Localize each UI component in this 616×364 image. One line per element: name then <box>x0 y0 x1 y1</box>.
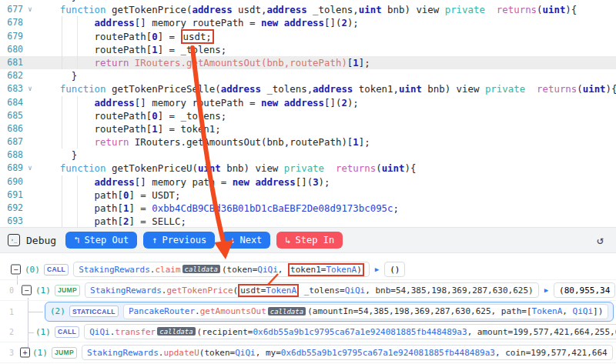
call-type-badge: JUMP <box>55 285 80 296</box>
token: usdt, <box>233 4 267 15</box>
fold-chevron-icon[interactable]: ∨ <box>23 162 37 175</box>
line-number: 692 <box>0 202 23 215</box>
call-expression[interactable]: StakingRewards.updateU(token=QiQi, my=0x… <box>82 345 613 360</box>
call-depth-index: (1) <box>35 327 51 337</box>
code-line: 687 return IRouters.getAmountsOut(bnb,ro… <box>0 135 616 149</box>
call-expression[interactable]: QiQi.transfercalldata(recipient=0x6db55a… <box>84 324 616 339</box>
token: StakingRewards <box>87 348 159 358</box>
step-in-button[interactable]: ↳Step In <box>276 232 343 249</box>
trace-gutter-number: 1 <box>3 307 14 316</box>
code-text: } <box>37 69 77 82</box>
token: ( <box>537 4 542 15</box>
token <box>37 97 95 109</box>
token: returns <box>537 83 577 95</box>
token <box>37 4 60 15</box>
token: , <box>562 306 572 316</box>
token: address <box>221 83 261 95</box>
button-label: Next <box>239 235 262 245</box>
fold-spacer <box>23 149 37 162</box>
collapse-toggle[interactable]: − <box>22 286 32 296</box>
expand-toggle[interactable]: + <box>20 348 30 358</box>
token: , <box>278 265 288 275</box>
code-text: return IRouters.getAmountsOut(bnb,routeP… <box>37 56 370 69</box>
token: QiQi <box>345 286 366 296</box>
trace-row[interactable]: 3+(1)JUMPStakingRewards.updateU(token=Qi… <box>0 342 616 363</box>
step-out-button[interactable]: ↰Step Out <box>65 232 137 249</box>
button-label: Step Out <box>84 235 129 245</box>
token: QiQi <box>257 265 278 275</box>
call-type-badge: STATICCALL <box>69 306 119 317</box>
next-button[interactable]: ↓Next <box>221 232 270 249</box>
previous-button[interactable]: ↑Previous <box>143 232 215 249</box>
fold-chevron-icon[interactable]: ∨ <box>23 3 37 16</box>
calldata-badge: calldata <box>182 265 220 273</box>
code-text: address[] memory routePath = new address… <box>37 16 359 29</box>
code-line: 684 address[] memory routePath = new add… <box>0 96 616 109</box>
call-expression[interactable]: StakingRewards.claimcalldata(token=QiQi,… <box>73 262 370 277</box>
token: 0x6db55a9b1c9795ca67a1e924081885fb448489… <box>281 348 495 358</box>
call-expression[interactable]: StakingRewards.getTokenPrice(usdt=TokenA… <box>85 282 539 298</box>
code-text: routePath[0] = usdt; <box>37 30 214 43</box>
fold-spacer <box>23 215 37 227</box>
token: IRouters.getAmountsOut(bnb,routePath)[ <box>129 136 353 148</box>
token: ); <box>347 17 359 28</box>
token: routePath[ <box>37 31 152 42</box>
red-annotation-box: token1=TokenA) <box>290 265 363 275</box>
trace-panel: −(0)CALLStakingRewards.claimcalldata(tok… <box>0 253 616 363</box>
token: ] = USDT; <box>129 189 180 201</box>
code-line: 688 } <box>0 149 616 162</box>
token: StakingRewards <box>79 265 150 275</box>
trace-gutter-number: 2 <box>3 328 14 336</box>
token: uint <box>399 83 422 95</box>
trace-row[interactable]: −(0)CALLStakingRewards.claimcalldata(tok… <box>0 259 616 280</box>
token: ); <box>319 176 330 188</box>
token: 1 <box>353 57 358 68</box>
undo-icon[interactable]: ↺ <box>592 234 608 247</box>
token: (token= <box>199 348 235 358</box>
token: ] = <box>129 202 152 214</box>
calldata-badge: calldata <box>157 327 195 336</box>
trace-row[interactable]: 2(1)CALLQiQi.transfercalldata(recipient=… <box>0 322 616 342</box>
token: ] = SELLC; <box>129 215 186 227</box>
token: getTokenPriceSelle( <box>106 83 221 95</box>
expand-play-button[interactable]: ▶ <box>544 286 548 294</box>
call-expression[interactable]: PancakeRouter.getAmountsOutcalldata(amou… <box>123 304 608 319</box>
fold-chevron-icon[interactable]: ∨ <box>23 82 37 95</box>
token: 0 <box>152 110 157 122</box>
fold-spacer <box>23 122 37 135</box>
token: bnb) view <box>382 4 445 15</box>
trace-row[interactable]: 1(2)STATICCALLPancakeRouter.getAmountsOu… <box>0 301 616 322</box>
token: address <box>284 97 324 109</box>
token: returns <box>336 162 376 174</box>
token: new <box>261 17 278 28</box>
token: _tolens= <box>299 286 345 296</box>
debug-step-buttons: ↰Step Out↑Previous↓Next↳Step In <box>65 232 343 249</box>
button-label: Step In <box>296 235 335 245</box>
code-line: 691 path[0] = USDT; <box>0 189 616 202</box>
token: PancakeRouter <box>129 306 195 316</box>
token: getAmountsOut <box>200 306 266 316</box>
line-number: 677 <box>0 3 23 16</box>
token: , bnb=54,385,198,369,287,630,625) <box>365 286 534 296</box>
token <box>37 162 60 174</box>
code-line: 682 } <box>0 69 616 82</box>
token: usdt; <box>183 31 212 42</box>
line-number: 689 <box>0 162 23 175</box>
call-depth-index: (1) <box>35 286 51 296</box>
token: } <box>37 70 77 82</box>
token: ){ <box>565 4 577 15</box>
trace-gutter-number: 3 <box>3 349 14 357</box>
token: } <box>37 149 77 161</box>
code-text: function getTokenPrice(address usdt,addr… <box>37 3 577 16</box>
expand-play-button[interactable]: ▶ <box>375 265 379 273</box>
token: address <box>95 97 135 109</box>
collapse-toggle[interactable]: − <box>11 265 21 275</box>
line-number: 688 <box>0 149 23 162</box>
token: QiQi <box>573 306 594 316</box>
token: QiQi <box>235 348 256 358</box>
token: _tolens, <box>261 83 313 95</box>
trace-row[interactable]: 0−(1)JUMPStakingRewards.getTokenPrice(us… <box>0 280 616 301</box>
call-type-badge: CALL <box>55 326 79 338</box>
code-line: 678 address[] memory routePath = new add… <box>0 16 616 29</box>
token: [] memory routePath = <box>135 17 261 28</box>
